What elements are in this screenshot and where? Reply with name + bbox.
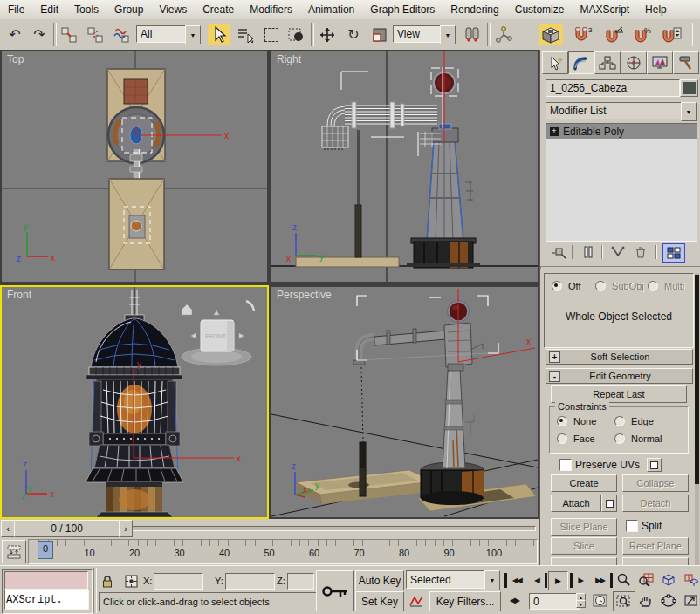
tab-utilities[interactable]	[673, 51, 699, 74]
viewport-top-label[interactable]: Top	[7, 53, 24, 65]
zoom-extents-all-button[interactable]	[681, 570, 700, 589]
go-to-start-button[interactable]: ◀◀	[504, 573, 527, 588]
preserve-uvs-checkbox[interactable]	[559, 459, 572, 471]
snaps-toggle-button[interactable]	[539, 24, 563, 45]
key-mode-toggle-button[interactable]: ◀▶	[504, 593, 525, 608]
modifier-stack-item-editable-poly[interactable]: + Editable Poly	[546, 124, 697, 139]
region-zoom-button[interactable]	[613, 591, 635, 611]
constraint-face-radio[interactable]: Face	[557, 433, 595, 444]
tab-hierarchy[interactable]	[594, 51, 621, 74]
auto-key-button[interactable]: Auto Key	[355, 570, 404, 590]
preserve-uvs-settings-button[interactable]	[647, 458, 662, 472]
select-and-link-button[interactable]	[58, 24, 80, 45]
menu-create[interactable]: Create	[195, 1, 242, 19]
configure-modifier-sets-button[interactable]	[662, 243, 685, 263]
panel-scrollbar[interactable]	[695, 273, 699, 565]
menu-help[interactable]: Help	[637, 1, 675, 19]
menu-views[interactable]: Views	[151, 1, 195, 19]
absolute-offset-toggle-button[interactable]	[122, 573, 140, 589]
menu-modifiers[interactable]: Modifiers	[242, 1, 300, 19]
zoom-button[interactable]	[613, 570, 634, 589]
menu-group[interactable]: Group	[106, 1, 151, 19]
mini-curve-editor-button[interactable]	[2, 540, 26, 563]
reference-coordinate-combo[interactable]: View ▼	[393, 25, 456, 43]
selection-filter-combo[interactable]: All ▼	[136, 25, 201, 43]
track-bar-ruler[interactable]: 0 10 20 30 40 50 60 70 80 90 100 0	[28, 539, 538, 564]
zoom-all-button[interactable]	[635, 570, 656, 589]
viewcube[interactable]: FRONT	[182, 301, 254, 365]
constraint-none-dot[interactable]	[557, 416, 567, 426]
bind-to-space-warp-button[interactable]	[110, 24, 133, 45]
zoom-extents-button[interactable]	[658, 570, 679, 589]
unlink-selection-button[interactable]	[84, 24, 106, 45]
next-frame-button[interactable]: ▶	[570, 573, 588, 588]
viewport-front[interactable]: Front	[0, 285, 269, 519]
rollout-expand-icon[interactable]: +	[549, 351, 560, 363]
current-frame-marker[interactable]: 0	[38, 541, 53, 559]
spinner-down-button[interactable]: ▼	[576, 600, 586, 608]
maxscript-listener-field[interactable]: AXScript.	[4, 590, 89, 610]
time-slider-track[interactable]	[131, 526, 536, 531]
pan-button[interactable]	[635, 591, 656, 610]
show-end-result-button[interactable]	[579, 243, 598, 261]
window-crossing-button[interactable]	[285, 24, 307, 45]
play-button[interactable]: ▶	[548, 571, 568, 590]
go-to-end-button[interactable]: ▶▶	[590, 573, 613, 588]
next-frame-arrow-button[interactable]: ›	[119, 520, 133, 537]
current-frame-field[interactable]: 0	[529, 593, 580, 610]
attach-settings-button[interactable]	[601, 495, 617, 512]
panel-scrollbar-thumb[interactable]	[695, 275, 699, 484]
attach-button[interactable]: Attach	[551, 495, 601, 512]
menu-graph-editors[interactable]: Graph Editors	[362, 1, 443, 19]
rollout-collapse-icon[interactable]: -	[549, 371, 560, 382]
radio-off[interactable]: Off	[552, 281, 581, 291]
menu-file[interactable]: File	[0, 1, 32, 19]
set-key-button[interactable]: Set Key	[355, 591, 404, 611]
rollout-edit-geometry[interactable]: - Edit Geometry	[546, 368, 693, 384]
previous-frame-button[interactable]: ◀	[529, 573, 547, 588]
select-and-scale-button[interactable]	[368, 24, 391, 45]
pin-stack-button[interactable]	[549, 243, 568, 261]
snap-3d-toggle-button[interactable]: 3	[570, 24, 596, 45]
undo-button[interactable]: ↶	[3, 24, 26, 45]
y-coordinate-field[interactable]	[225, 573, 275, 590]
arc-rotate-button[interactable]	[658, 591, 679, 610]
split-checkbox[interactable]	[626, 520, 638, 532]
angle-snap-toggle-button[interactable]	[600, 24, 627, 45]
selection-set-combo[interactable]: Selected ▼	[406, 570, 500, 589]
select-and-move-button[interactable]	[316, 24, 339, 45]
viewcube-orbit-arrow-icon[interactable]	[246, 301, 254, 311]
clipped-button[interactable]	[551, 557, 617, 565]
time-configuration-button[interactable]	[590, 593, 609, 608]
modifier-list-dropdown-button[interactable]: ▼	[681, 102, 697, 121]
selection-filter-dropdown-button[interactable]: ▼	[185, 25, 201, 44]
create-button[interactable]: Create	[551, 474, 617, 492]
viewcube-home-icon[interactable]	[182, 304, 192, 315]
min-max-toggle-button[interactable]	[681, 591, 700, 610]
remove-modifier-button[interactable]	[631, 243, 650, 261]
viewport-front-label[interactable]: Front	[7, 289, 31, 301]
constraint-none-radio[interactable]: None	[557, 416, 596, 426]
z-coordinate-field[interactable]	[287, 573, 314, 590]
key-filters-button[interactable]: Key Filters...	[429, 591, 501, 611]
viewport-perspective-label[interactable]: Perspective	[277, 289, 332, 301]
menu-edit[interactable]: Edit	[32, 1, 66, 19]
constraint-edge-dot[interactable]	[614, 416, 625, 426]
use-pivot-point-center-button[interactable]	[461, 24, 484, 45]
selection-set-dropdown-button[interactable]: ▼	[484, 570, 500, 590]
time-slider-button[interactable]: 0 / 100	[14, 520, 120, 537]
tab-modify[interactable]	[568, 51, 594, 74]
constraint-normal-radio[interactable]: Normal	[614, 433, 662, 444]
menu-customize[interactable]: Customize	[507, 1, 573, 19]
viewport-top[interactable]: Top	[2, 51, 267, 282]
expand-plus-icon[interactable]: +	[550, 127, 559, 136]
tab-create[interactable]	[542, 51, 568, 74]
constraint-face-dot[interactable]	[557, 433, 567, 444]
set-keys-button[interactable]	[316, 570, 354, 611]
menu-animation[interactable]: Animation	[300, 1, 362, 19]
make-unique-button[interactable]	[608, 243, 628, 261]
rollout-soft-selection[interactable]: + Soft Selection	[546, 349, 693, 365]
menu-maxscript[interactable]: MAXScript	[572, 1, 637, 19]
repeat-last-button[interactable]: Repeat Last	[551, 385, 687, 403]
modifier-stack-list[interactable]: + Editable Poly	[546, 123, 697, 242]
